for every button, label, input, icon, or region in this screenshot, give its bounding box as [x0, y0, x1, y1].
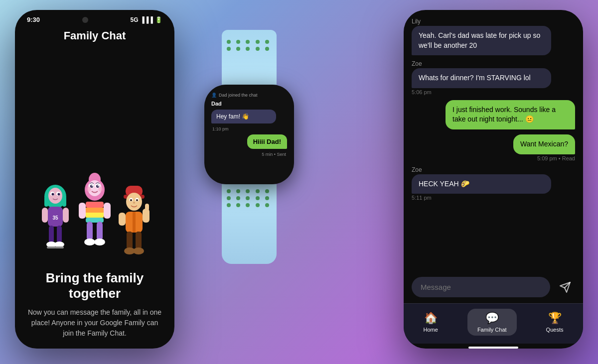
time-left: 9:30: [27, 16, 40, 23]
home-icon: 🏠: [424, 312, 438, 325]
left-phone: 9:30 5G ▐▐▐ 🔋 Family Chat: [15, 10, 174, 349]
watch-band-top: [222, 30, 277, 85]
nav-quests-label: Quests: [546, 327, 564, 333]
svg-rect-53: [136, 232, 142, 249]
message-group-zoe-1: Zoe Whats for dinner? I'm STARVING lol 5…: [412, 60, 575, 95]
svg-rect-52: [127, 232, 133, 249]
received-bubble: HECK YEAH 🌮: [412, 174, 551, 194]
band-dot: [246, 40, 250, 44]
svg-point-46: [133, 202, 135, 204]
message-group-zoe-2: Zoe HECK YEAH 🌮 5:11 pm: [412, 166, 575, 201]
svg-rect-2: [62, 197, 66, 207]
watch-received-bubble: Hey fam! 👋: [211, 110, 276, 123]
chat-icon: 💬: [485, 312, 499, 325]
band-dot: [236, 40, 240, 44]
home-indicator: [468, 347, 518, 349]
sent-bubble: I just finished work. Sounds like a take…: [446, 100, 575, 129]
svg-point-27: [86, 187, 91, 192]
svg-rect-13: [57, 226, 62, 243]
send-icon: [559, 281, 571, 293]
message-sender: Zoe: [412, 166, 575, 173]
characters-illustration: 35: [15, 48, 174, 270]
svg-text:35: 35: [52, 215, 58, 221]
nav-quests[interactable]: 🏆 Quests: [536, 309, 574, 336]
phone-left-title: Family Chat: [15, 25, 174, 48]
band-dot: [227, 189, 231, 193]
svg-point-6: [52, 193, 54, 195]
svg-rect-34: [104, 203, 111, 219]
band-dot: [227, 40, 231, 44]
svg-rect-35: [87, 222, 93, 241]
svg-rect-11: [63, 208, 69, 223]
svg-rect-33: [79, 203, 86, 219]
signal-label: 5G: [130, 16, 138, 23]
band-dot: [236, 196, 240, 200]
person-icon: 👤: [211, 93, 217, 98]
svg-point-25: [92, 185, 93, 186]
smartwatch: 👤 Dad joined the chat Dad Hey fam! 👋 1:1…: [184, 30, 314, 334]
band-dot: [256, 196, 260, 200]
band-dot: [256, 40, 260, 44]
watch-received-text: Hey fam! 👋: [216, 113, 249, 120]
band-dot: [256, 203, 260, 207]
band-dot: [236, 203, 240, 207]
watch-system-message: 👤 Dad joined the chat: [211, 93, 287, 98]
svg-point-37: [84, 239, 95, 245]
svg-point-38: [94, 239, 105, 245]
svg-point-45: [136, 199, 138, 201]
band-dot: [236, 47, 240, 51]
send-button[interactable]: [555, 277, 575, 297]
band-dot: [265, 189, 269, 193]
svg-rect-29: [86, 202, 104, 208]
watch-sent-bubble: Hiiii Dad!: [247, 134, 287, 149]
watch-screen: 👤 Dad joined the chat Dad Hey fam! 👋 1:1…: [204, 85, 294, 184]
svg-rect-36: [97, 222, 103, 241]
nav-home[interactable]: 🏠 Home: [414, 309, 448, 336]
band-dot: [246, 189, 250, 193]
sent-bubble: Want Mexican?: [513, 134, 575, 154]
svg-rect-12: [49, 226, 54, 243]
message-input[interactable]: [412, 277, 550, 297]
camera-notch: [82, 17, 88, 23]
characters-area: 35: [30, 151, 159, 260]
band-dot: [227, 47, 231, 51]
bottom-navigation: 🏠 Home 💬 Family Chat 🏆 Quests: [404, 303, 583, 344]
svg-rect-1: [44, 197, 48, 207]
band-dot: [265, 47, 269, 51]
svg-rect-10: [42, 208, 48, 223]
message-sender: Lily: [412, 18, 575, 25]
svg-rect-51: [119, 213, 126, 226]
band-dot: [246, 203, 250, 207]
watch-sent-time: 5 min • Sent: [211, 152, 286, 157]
band-dot: [265, 203, 269, 207]
message-group-lily-1: Lily Yeah. Carl's dad was late for pick …: [412, 18, 575, 55]
nav-family-chat[interactable]: 💬 Family Chat: [467, 309, 517, 336]
svg-rect-31: [86, 213, 104, 218]
svg-rect-32: [86, 218, 104, 223]
message-group-sent-2: Want Mexican? 5:09 pm • Read: [412, 134, 575, 161]
svg-rect-17: [55, 246, 64, 248]
svg-point-44: [130, 199, 132, 201]
message-group-sent-1: I just finished work. Sounds like a take…: [412, 100, 575, 129]
phone-left-headline: Bring the family together: [27, 270, 162, 301]
character-2: [75, 171, 115, 260]
band-dot: [265, 40, 269, 44]
svg-rect-16: [47, 246, 56, 248]
watch-band-bottom: [222, 184, 277, 264]
svg-point-7: [58, 193, 60, 195]
band-dot: [256, 47, 260, 51]
nav-family-chat-label: Family Chat: [477, 327, 507, 333]
phone-left-text-area: Bring the family together Now you can me…: [15, 270, 174, 349]
svg-rect-30: [86, 208, 104, 213]
character-3: [117, 181, 151, 260]
band-dot: [227, 203, 231, 207]
band-dot: [246, 47, 250, 51]
band-dot: [236, 189, 240, 193]
band-dot: [265, 196, 269, 200]
status-bar-left: 9:30 5G ▐▐▐ 🔋: [15, 10, 174, 25]
watch-sender: Dad: [211, 101, 287, 107]
received-bubble: Yeah. Carl's dad was late for pick up so…: [412, 26, 551, 55]
battery-icon: 🔋: [155, 16, 162, 23]
message-time-right: 5:09 pm • Read: [537, 155, 575, 161]
signal-bars: ▐▐▐: [140, 16, 153, 23]
